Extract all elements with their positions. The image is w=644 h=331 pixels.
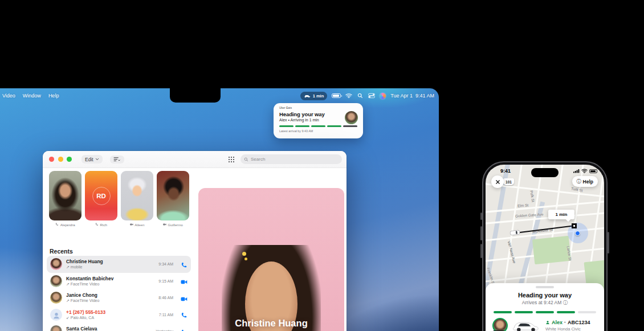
recent-call-info: Janice Chong ↗ FaceTime Video (66, 292, 99, 303)
contact-name: Christine Huang (66, 259, 103, 264)
street-line (486, 211, 604, 225)
favorite-name: Rich (100, 223, 107, 227)
favorite-caption: Alejandra (49, 223, 81, 227)
recent-call-row[interactable]: Janice Chong ↗ FaceTime Video 8:46 AM (47, 289, 191, 307)
contact-name: Konstantin Babichev (66, 276, 113, 281)
menu-bar-status: 1 min Tue Apr 1 9:41 AM (300, 92, 434, 100)
progress-segment (343, 125, 357, 127)
call-direction-icon: ↙ (66, 316, 70, 320)
favorite-caption: Guillermo (157, 223, 189, 227)
facetime-window: Edit Search Alejandra RD (43, 151, 347, 331)
sheet-drag-handle[interactable] (536, 286, 554, 288)
ride-status-sheet: Heading your way Arrives at 9:42 AM ⓘ 95… (486, 283, 604, 331)
favorite-photo (49, 171, 81, 220)
notification-footer: Latest arrival by 9:43 AM (279, 129, 357, 133)
driver-person-icon (545, 320, 550, 325)
favorite-contact[interactable]: Guillermo (157, 171, 189, 227)
siri-icon[interactable] (380, 93, 386, 99)
call-direction-icon: ↗ (66, 299, 70, 303)
favorites-row: Alejandra RD Rich Aileen Guillermo (49, 171, 189, 227)
info-icon[interactable]: ⓘ (563, 300, 568, 305)
favorite-photo (157, 171, 189, 220)
audio-call-button[interactable] (181, 261, 188, 268)
menu-help[interactable]: Help (48, 93, 59, 99)
wifi-icon[interactable] (345, 93, 352, 99)
contact-avatar (50, 309, 62, 321)
menu-window[interactable]: Window (23, 93, 41, 99)
cellular-signal-icon (573, 169, 580, 173)
vehicle-description: White Honda Civic (545, 326, 590, 331)
call-direction-icon: ↗ (66, 282, 70, 286)
dialpad-button[interactable] (228, 156, 235, 163)
edit-button[interactable]: Edit (81, 155, 103, 164)
notification-app-name: Uber Eats (279, 107, 357, 109)
remote-video-tile[interactable]: Christine Huang (198, 188, 344, 331)
street-label-turk: Turk St (571, 186, 584, 192)
search-placeholder: Search (251, 157, 265, 162)
driver-row[interactable]: 95% Alex · ABC1234 (486, 318, 604, 331)
close-window-button[interactable] (49, 157, 54, 162)
close-map-button[interactable] (491, 175, 504, 188)
search-input[interactable]: Search (241, 154, 342, 164)
window-controls (49, 157, 72, 162)
delivery-progress-bar (279, 125, 357, 127)
favorite-photo: RD (85, 171, 117, 220)
hair-flower-art (242, 252, 246, 256)
current-location-dot (575, 231, 580, 236)
video-call-button[interactable] (181, 277, 188, 284)
mac-display: Video Window Help 1 min Tue Apr 1 9:41 A… (0, 88, 439, 331)
volume-down-button[interactable] (480, 244, 482, 258)
eta-tooltip-label: 1 min (556, 212, 568, 217)
favorite-contact[interactable]: Alejandra (49, 171, 81, 227)
video-call-button[interactable] (181, 295, 188, 301)
recents-list: Christine Huang ↗ mobile 9:34 AM Konstan… (47, 256, 191, 331)
recent-call-row[interactable]: +1 (267) 555-0133 ↙ Palo Alto, CA 7:11 A… (47, 307, 191, 324)
iphone-screen: Polk St Turk St Elm St Golden Gate Ave M… (486, 165, 604, 331)
progress-segment (295, 125, 309, 127)
progress-segment (515, 311, 533, 313)
spotlight-search-icon[interactable] (357, 93, 364, 99)
audio-call-button[interactable] (181, 328, 188, 331)
recent-call-row[interactable]: Konstantin Babichev ↗ FaceTime Video 9:1… (47, 273, 191, 290)
filter-list-icon (113, 157, 121, 162)
phone-icon (55, 223, 59, 227)
action-button[interactable] (480, 213, 482, 220)
street-label-elm: Elm St (517, 203, 529, 207)
contact-avatar (50, 258, 62, 270)
uber-live-activity-notification[interactable]: Uber Eats Heading your way Alex • Arrivi… (274, 103, 363, 138)
progress-segment (311, 125, 325, 127)
video-camera-icon (130, 223, 133, 227)
chevron-down-icon (95, 157, 99, 161)
display-notch (170, 88, 221, 103)
favorite-contact[interactable]: RD Rich (85, 171, 117, 227)
route-101-shield: 101 (503, 178, 514, 185)
recent-call-row[interactable]: Santa Cielava ↙ mobile Yesterday (47, 323, 191, 331)
ride-live-activity-pill[interactable]: 1 min (300, 92, 328, 100)
favorite-contact[interactable]: Aileen (121, 171, 153, 227)
minimize-window-button[interactable] (58, 157, 63, 162)
battery-icon[interactable] (332, 93, 341, 98)
power-button[interactable] (608, 232, 609, 254)
audio-call-button[interactable] (181, 311, 188, 318)
recents-header: Recents (50, 248, 73, 255)
dynamic-island (531, 168, 559, 177)
car-icon (304, 94, 311, 98)
call-time: 9:15 AM (158, 279, 173, 283)
recent-call-info: +1 (267) 555-0133 ↙ Palo Alto, CA (66, 309, 105, 320)
close-icon (495, 179, 500, 185)
driver-name: Alex (552, 320, 563, 325)
filter-button[interactable] (110, 156, 124, 164)
control-center-icon[interactable] (368, 93, 375, 99)
vehicle-image (510, 318, 541, 331)
favorite-name: Guillermo (168, 223, 183, 227)
volume-up-button[interactable] (480, 226, 482, 240)
recent-call-row[interactable]: Christine Huang ↗ mobile 9:34 AM (47, 256, 191, 273)
facetime-title-bar: Edit Search (43, 151, 347, 168)
help-button[interactable]: ⓘ Help (572, 176, 598, 187)
zoom-window-button[interactable] (67, 157, 72, 162)
call-time: 8:46 AM (158, 296, 173, 300)
menu-video[interactable]: Video (2, 93, 15, 99)
driver-avatar (345, 111, 358, 124)
progress-segment (578, 311, 596, 313)
menu-bar-clock[interactable]: Tue Apr 1 9:41 AM (390, 93, 434, 99)
